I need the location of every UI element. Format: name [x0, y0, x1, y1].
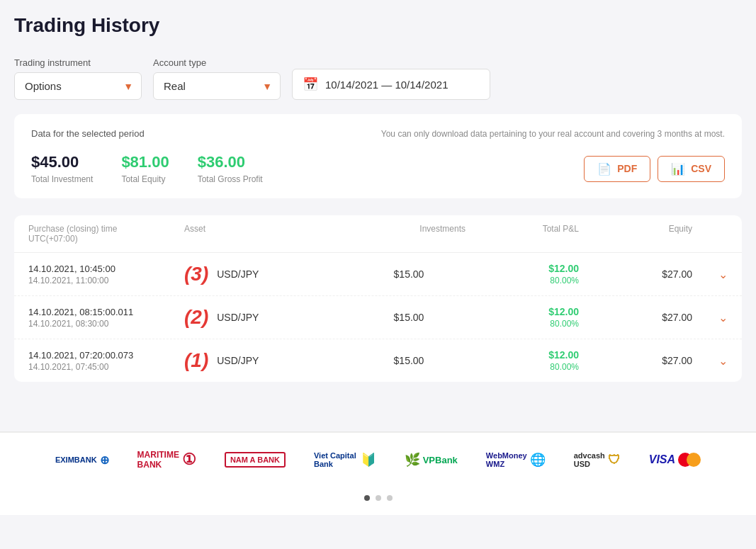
date-label [292, 54, 490, 64]
visa-mastercard-logo: VISA [649, 453, 701, 467]
th-equity: Equity [579, 224, 692, 244]
total-gross-profit-value: $36.00 [198, 153, 263, 171]
asset-name-3: USD/JPY [217, 268, 259, 280]
date-range-picker[interactable]: 📅 10/14/2021 — 10/14/2021 [292, 69, 490, 100]
total-gross-profit-stat: $36.00 Total Gross Profit [198, 153, 263, 184]
row-number-1: (1) [184, 349, 208, 372]
total-investment-value: $45.00 [31, 153, 93, 171]
pdf-icon: 📄 [597, 162, 611, 176]
investments-cell-2: $15.00 [352, 312, 466, 323]
data-period-label: Data for the selected period [31, 128, 145, 139]
csv-label: CSV [691, 163, 711, 174]
instrument-select[interactable]: Options Forex Crypto [14, 72, 142, 100]
viet-capital-bank-logo: Viet CapitalBank 🔰 [314, 451, 376, 468]
table-row: 14.10.2021, 08:15:00.011 14.10.2021, 08:… [14, 296, 742, 339]
pl-percent-2: 80.00% [550, 319, 579, 329]
instrument-select-wrapper: Options Forex Crypto ▼ [14, 72, 142, 100]
account-label: Account type [153, 57, 281, 68]
pagination-dots [0, 487, 756, 515]
pagination-dot-1[interactable] [364, 495, 370, 501]
trading-table: Purchase (closing) time UTC(+07:00) Asse… [14, 215, 742, 382]
investments-cell-3: $15.00 [352, 268, 466, 280]
th-time: Purchase (closing) time UTC(+07:00) [28, 224, 184, 244]
table-row: 14.10.2021, 10:45:00 14.10.2021, 11:00:0… [14, 253, 742, 296]
time-cell-1: 14.10.2021, 07:20:00.073 14.10.2021, 07:… [28, 350, 184, 372]
pl-percent-1: 80.00% [550, 362, 579, 372]
expand-cell-3[interactable]: ⌄ [692, 268, 728, 281]
csv-icon: 📊 [671, 162, 685, 176]
th-asset: Asset [184, 224, 352, 244]
expand-cell-2[interactable]: ⌄ [692, 311, 728, 324]
chevron-down-icon-1[interactable]: ⌄ [718, 354, 728, 368]
total-equity-value: $81.00 [121, 153, 169, 171]
instrument-label: Trading instrument [14, 57, 142, 68]
data-period-header: Data for the selected period You can onl… [31, 128, 725, 139]
date-filter-group: 📅 10/14/2021 — 10/14/2021 [292, 54, 490, 100]
expand-cell-1[interactable]: ⌄ [692, 354, 728, 368]
asset-name-1: USD/JPY [217, 355, 259, 366]
filters-row: Trading instrument Options Forex Crypto … [14, 54, 742, 100]
row-number-3: (3) [184, 263, 208, 285]
pl-value-3: $12.00 [548, 263, 579, 274]
chevron-down-icon-2[interactable]: ⌄ [718, 311, 728, 324]
eximbank-logo: EXIMBANK ⊕ [55, 453, 109, 467]
equity-cell-1: $27.00 [579, 355, 692, 366]
time-primary-3: 14.10.2021, 10:45:00 [28, 264, 184, 274]
pl-cell-2: $12.00 80.00% [466, 306, 579, 329]
csv-export-button[interactable]: 📊 CSV [658, 156, 725, 182]
row-number-2: (2) [184, 306, 208, 329]
time-cell-2: 14.10.2021, 08:15:00.011 14.10.2021, 08:… [28, 307, 184, 329]
total-equity-label: Total Equity [121, 174, 169, 184]
th-expand [692, 224, 728, 244]
asset-cell-2: (2) USD/JPY [184, 306, 352, 329]
table-row: 14.10.2021, 07:20:00.073 14.10.2021, 07:… [14, 339, 742, 382]
page-title: Trading History [14, 14, 742, 37]
total-equity-stat: $81.00 Total Equity [121, 153, 169, 184]
pl-value-2: $12.00 [548, 306, 579, 317]
payment-section: EXIMBANK ⊕ MARITIMEBANK ① NAM A BANK Vie… [0, 431, 756, 515]
vpbank-logo: 🌿 VPBank [405, 452, 458, 468]
time-cell-3: 14.10.2021, 10:45:00 14.10.2021, 11:00:0… [28, 264, 184, 285]
time-primary-1: 14.10.2021, 07:20:00.073 [28, 350, 184, 361]
pdf-export-button[interactable]: 📄 PDF [584, 156, 650, 182]
account-filter-group: Account type Real Demo ▼ [153, 57, 281, 100]
pl-cell-3: $12.00 80.00% [466, 263, 579, 285]
pagination-dot-3[interactable] [387, 495, 393, 501]
total-investment-label: Total Investment [31, 174, 93, 184]
time-secondary-3: 14.10.2021, 11:00:00 [28, 276, 184, 285]
asset-cell-3: (3) USD/JPY [184, 263, 352, 285]
asset-cell-1: (1) USD/JPY [184, 349, 352, 372]
equity-cell-3: $27.00 [579, 268, 692, 280]
time-primary-2: 14.10.2021, 08:15:00.011 [28, 307, 184, 317]
pl-cell-1: $12.00 80.00% [466, 349, 579, 372]
pl-value-1: $12.00 [548, 349, 579, 361]
export-buttons: 📄 PDF 📊 CSV [584, 156, 725, 182]
stats-row: $45.00 Total Investment $81.00 Total Equ… [31, 153, 725, 184]
mastercard-orange-circle [687, 453, 701, 467]
time-secondary-1: 14.10.2021, 07:45:00 [28, 362, 184, 372]
pl-percent-3: 80.00% [550, 276, 579, 285]
time-secondary-2: 14.10.2021, 08:30:00 [28, 319, 184, 329]
account-select-wrapper: Real Demo ▼ [153, 72, 281, 100]
th-total-pl: Total P&L [466, 224, 579, 244]
payment-logos: EXIMBANK ⊕ MARITIMEBANK ① NAM A BANK Vie… [0, 432, 756, 487]
webmoney-logo: WebMoneyWMZ 🌐 [486, 451, 546, 468]
investments-cell-1: $15.00 [352, 355, 466, 366]
data-period-note: You can only download data pertaining to… [381, 129, 725, 139]
asset-name-2: USD/JPY [217, 312, 259, 323]
th-investments: Investments [352, 224, 466, 244]
maritime-bank-logo: MARITIMEBANK ① [137, 450, 196, 470]
table-header: Purchase (closing) time UTC(+07:00) Asse… [14, 215, 742, 253]
pagination-dot-2[interactable] [376, 495, 381, 501]
total-investment-stat: $45.00 Total Investment [31, 153, 93, 184]
data-section: Data for the selected period You can onl… [14, 114, 742, 198]
calendar-icon: 📅 [303, 77, 318, 92]
date-range-text: 10/14/2021 — 10/14/2021 [325, 79, 448, 91]
pdf-label: PDF [617, 163, 637, 174]
advcash-logo: advcashUSD 🛡 [574, 451, 621, 468]
instrument-filter-group: Trading instrument Options Forex Crypto … [14, 57, 142, 100]
equity-cell-2: $27.00 [579, 312, 692, 323]
chevron-down-icon-3[interactable]: ⌄ [718, 268, 728, 281]
nam-a-bank-logo: NAM A BANK [225, 452, 286, 468]
account-select[interactable]: Real Demo [153, 72, 281, 100]
